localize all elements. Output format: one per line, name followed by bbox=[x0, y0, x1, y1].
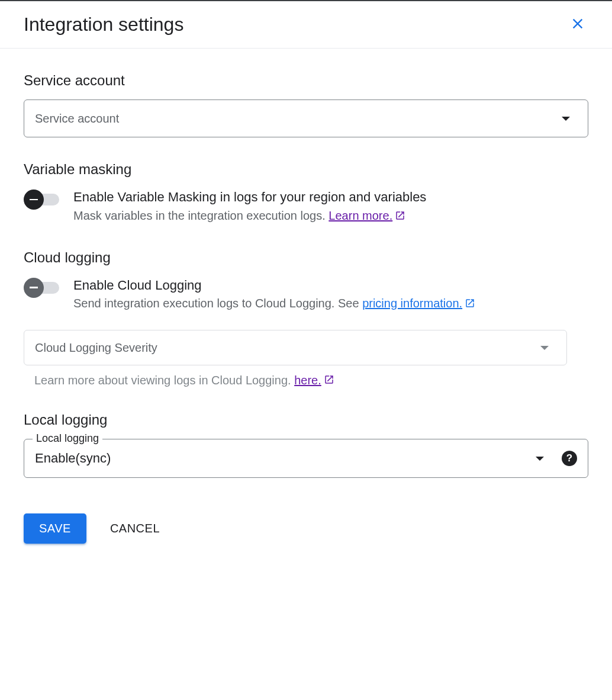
dialog-header: Integration settings bbox=[0, 1, 612, 49]
toggle-thumb-icon bbox=[24, 278, 44, 298]
variable-masking-title: Variable masking bbox=[24, 161, 588, 178]
dialog-title: Integration settings bbox=[24, 14, 183, 36]
cloud-logging-severity-placeholder: Cloud Logging Severity bbox=[35, 341, 540, 355]
cloud-logging-severity-select[interactable]: Cloud Logging Severity bbox=[24, 330, 567, 365]
integration-settings-dialog: Integration settings Service account Ser… bbox=[0, 0, 612, 567]
chevron-down-icon bbox=[536, 457, 544, 461]
service-account-section: Service account Service account bbox=[24, 72, 588, 137]
dialog-content: Service account Service account Variable… bbox=[0, 49, 612, 567]
cancel-button[interactable]: CANCEL bbox=[110, 522, 160, 535]
cloud-logging-title: Cloud logging bbox=[24, 249, 588, 266]
external-link-icon bbox=[324, 374, 334, 388]
cloud-logging-section: Cloud logging Enable Cloud Logging Send … bbox=[24, 249, 588, 388]
variable-masking-section: Variable masking Enable Variable Masking… bbox=[24, 161, 588, 226]
variable-masking-learn-more-link[interactable]: Learn more. bbox=[328, 209, 392, 222]
external-link-icon bbox=[395, 208, 405, 226]
service-account-select[interactable]: Service account bbox=[24, 99, 588, 137]
variable-masking-desc: Mask variables in the integration execut… bbox=[73, 207, 588, 226]
service-account-placeholder: Service account bbox=[35, 112, 562, 126]
toggle-thumb-icon bbox=[24, 190, 44, 210]
local-logging-title: Local logging bbox=[24, 412, 588, 428]
close-icon bbox=[569, 15, 586, 34]
local-logging-value: Enable(sync) bbox=[35, 451, 536, 466]
cloud-logging-here-link[interactable]: here. bbox=[294, 374, 321, 387]
variable-masking-label: Enable Variable Masking in logs for your… bbox=[73, 188, 588, 207]
cloud-logging-row: Enable Cloud Logging Send integration ex… bbox=[24, 277, 588, 314]
local-logging-field-label: Local logging bbox=[33, 432, 102, 445]
local-logging-section: Local logging Local logging Enable(sync)… bbox=[24, 412, 588, 478]
dialog-actions: SAVE CANCEL bbox=[24, 513, 588, 544]
cloud-logging-pricing-link[interactable]: pricing information. bbox=[362, 297, 462, 310]
variable-masking-toggle[interactable] bbox=[24, 190, 60, 210]
cloud-logging-toggle[interactable] bbox=[24, 278, 60, 298]
service-account-title: Service account bbox=[24, 72, 588, 89]
cloud-logging-label: Enable Cloud Logging bbox=[73, 277, 588, 295]
close-button[interactable] bbox=[567, 13, 588, 36]
external-link-icon bbox=[465, 296, 475, 313]
variable-masking-row: Enable Variable Masking in logs for your… bbox=[24, 188, 588, 226]
help-icon[interactable]: ? bbox=[562, 451, 577, 466]
local-logging-select[interactable]: Local logging Enable(sync) ? bbox=[24, 439, 588, 478]
chevron-down-icon bbox=[540, 346, 549, 350]
chevron-down-icon bbox=[562, 117, 570, 121]
cloud-logging-desc: Send integration execution logs to Cloud… bbox=[73, 294, 588, 313]
cloud-logging-helper: Learn more about viewing logs in Cloud L… bbox=[24, 374, 588, 388]
save-button[interactable]: SAVE bbox=[24, 513, 86, 544]
